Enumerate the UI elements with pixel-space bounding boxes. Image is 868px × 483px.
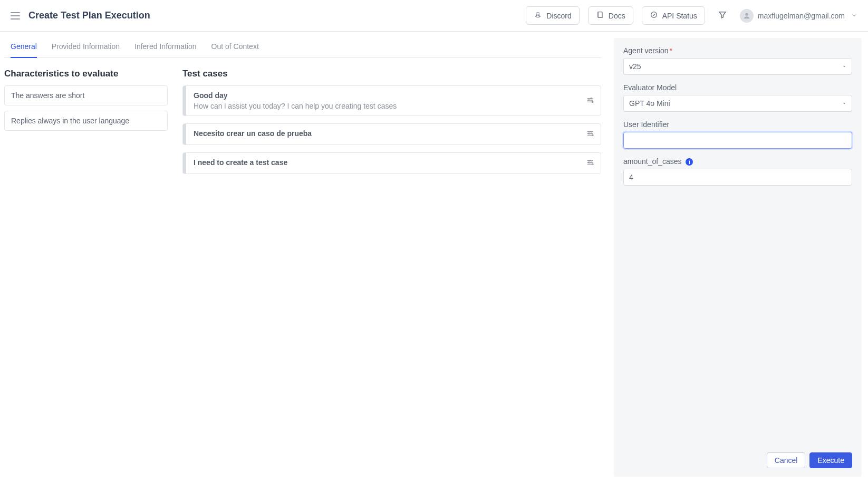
characteristic-item[interactable]: The answers are short: [4, 85, 168, 105]
tab-label: General: [11, 42, 37, 51]
tab-label: Infered Information: [134, 42, 197, 51]
api-status-button[interactable]: API Status: [642, 6, 705, 25]
label-text: amount_of_cases: [623, 157, 682, 166]
characteristics-heading: Characteristics to evaluate: [4, 69, 168, 79]
tab-bar: General Provided Information Infered Inf…: [4, 37, 601, 58]
test-cases-column: Test cases Good day How can i assist you…: [182, 69, 601, 181]
test-case-item[interactable]: Good day How can i assist you today? I c…: [182, 85, 601, 116]
svg-point-6: [592, 101, 593, 102]
svg-point-7: [591, 131, 592, 132]
user-identifier-input[interactable]: [623, 132, 852, 149]
tab-label: Out of Context: [211, 42, 259, 51]
test-case-item[interactable]: Necesito crear un caso de prueba: [182, 123, 601, 145]
characteristic-item[interactable]: Replies always in the user language: [4, 111, 168, 131]
test-case-title: Necesito crear un caso de prueba: [194, 129, 572, 138]
cancel-button[interactable]: Cancel: [767, 452, 806, 468]
svg-point-1: [539, 15, 540, 16]
filter-button[interactable]: [713, 7, 731, 25]
characteristic-text: The answers are short: [11, 91, 84, 100]
svg-point-4: [591, 98, 592, 99]
agent-version-label: Agent version*: [623, 46, 852, 55]
sliders-icon: [586, 131, 594, 139]
execute-button[interactable]: Execute: [809, 452, 852, 468]
sliders-icon: [586, 98, 594, 106]
agent-version-select[interactable]: v25: [623, 58, 852, 75]
svg-point-0: [537, 15, 538, 16]
test-case-settings-button[interactable]: [580, 91, 601, 111]
svg-point-8: [589, 133, 590, 134]
required-marker: *: [670, 46, 672, 55]
discord-icon: [534, 11, 542, 21]
book-icon: [596, 11, 604, 21]
test-case-settings-button[interactable]: [580, 153, 601, 173]
discord-label: Discord: [546, 12, 571, 20]
amount-of-cases-input[interactable]: [623, 169, 852, 186]
discord-button[interactable]: Discord: [526, 6, 579, 25]
tab-provided-information[interactable]: Provided Information: [52, 37, 120, 58]
tab-out-of-context[interactable]: Out of Context: [211, 37, 259, 58]
topbar: Create Test Plan Execution Discord Docs …: [0, 0, 868, 32]
select-value: GPT 4o Mini: [629, 99, 670, 108]
check-badge-icon: [650, 11, 658, 21]
info-icon[interactable]: i: [686, 158, 693, 166]
select-value: v25: [629, 62, 641, 71]
test-case-title: I need to create a test case: [194, 158, 572, 167]
caret-down-icon: [842, 99, 847, 108]
svg-point-5: [589, 100, 590, 101]
characteristics-column: Characteristics to evaluate The answers …: [4, 69, 168, 181]
test-case-subtitle: How can i assist you today? I can help y…: [194, 102, 572, 110]
user-identifier-label: User Identifier: [623, 120, 852, 129]
svg-point-9: [592, 134, 593, 136]
test-case-title: Good day: [194, 91, 572, 100]
svg-point-10: [591, 160, 592, 161]
label-text: Agent version: [623, 46, 669, 55]
characteristic-text: Replies always in the user language: [11, 117, 129, 125]
docs-label: Docs: [609, 12, 625, 20]
tab-infered-information[interactable]: Infered Information: [134, 37, 197, 58]
test-cases-heading: Test cases: [182, 69, 601, 79]
chevron-down-icon: [851, 12, 857, 20]
filter-icon: [718, 10, 727, 21]
evaluator-model-label: Evaluator Model: [623, 83, 852, 92]
svg-point-3: [745, 13, 748, 15]
svg-point-11: [589, 162, 590, 163]
user-email: maxflugelman@gmail.com: [758, 12, 845, 20]
evaluator-model-select[interactable]: GPT 4o Mini: [623, 95, 852, 112]
user-menu[interactable]: maxflugelman@gmail.com: [740, 9, 857, 23]
caret-down-icon: [842, 62, 847, 71]
button-label: Cancel: [775, 456, 798, 465]
test-case-item[interactable]: I need to create a test case: [182, 152, 601, 174]
main-content: General Provided Information Infered Inf…: [0, 32, 614, 483]
test-case-settings-button[interactable]: [580, 124, 601, 144]
sliders-icon: [586, 160, 594, 168]
avatar-icon: [740, 9, 754, 23]
tab-label: Provided Information: [52, 42, 120, 51]
svg-point-12: [592, 163, 593, 165]
tab-general[interactable]: General: [11, 37, 37, 58]
execution-panel: Agent version* v25 Evaluator Model GPT 4…: [614, 38, 862, 477]
button-label: Execute: [817, 456, 844, 465]
amount-of-cases-label: amount_of_cases i: [623, 157, 852, 166]
menu-toggle-icon[interactable]: [11, 12, 20, 20]
docs-button[interactable]: Docs: [588, 6, 633, 25]
page-title: Create Test Plan Execution: [28, 10, 150, 21]
api-status-label: API Status: [662, 12, 697, 20]
